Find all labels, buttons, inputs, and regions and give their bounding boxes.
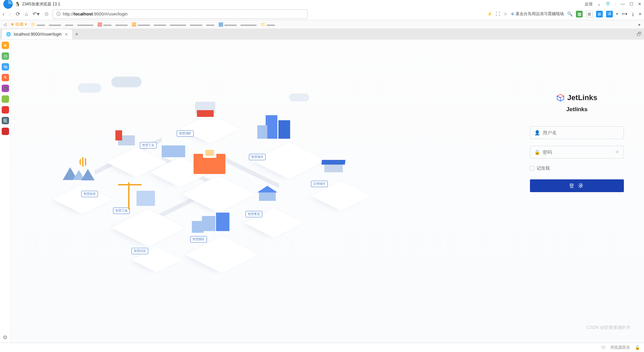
login-subtitle: Jetlinks [566, 106, 587, 113]
maximize-button[interactable]: ☐ [630, 2, 633, 6]
shield-icon[interactable]: 🛡 [601, 345, 605, 350]
download-icon[interactable]: ⭳ [631, 11, 635, 16]
cube-icon [556, 94, 565, 102]
login-illustration: 智慧消防 智慧工业 智慧城市 [11, 40, 517, 343]
skin-icon[interactable]: 👕 [605, 2, 610, 6]
divider: | [615, 2, 616, 6]
bookmark-item[interactable]: ▬▬▬▬ [170, 22, 186, 27]
scissors-icon[interactable]: ✂▾ [622, 11, 628, 16]
browser-doctor-link[interactable]: 浏览器医生 [610, 345, 630, 350]
qr-icon[interactable]: ⊞ [586, 11, 593, 17]
remember-checkbox[interactable] [530, 166, 535, 171]
tab-title: localhost:9000/#/user/login [14, 32, 62, 37]
sidebar-tool-icon[interactable]: ✎ [2, 74, 9, 81]
bookmark-item[interactable]: ▬▬▬▬ [77, 22, 93, 27]
refresh-button[interactable]: ⟳ [16, 11, 20, 17]
browser-title-bar: 🐧 2345加速浏览器 13.1 反馈 ⌄ 👕 | — ☐ ✕ [0, 0, 644, 8]
close-window-button[interactable]: ✕ [638, 2, 641, 6]
sidebar-app-icon[interactable] [2, 95, 9, 103]
remember-label: 记住我 [537, 165, 550, 171]
tabs-row: 🌐 localhost:9000/#/user/login ✕ + 🗗 [0, 29, 644, 40]
home-button[interactable]: ⌂ [25, 11, 28, 17]
expand-icon[interactable]: ⛶ [496, 11, 500, 16]
bookmarks-bar: ◁ ★ 收藏 ▾ 📁 ▬▬ ▬▬▬ ▬▬ ▬▬▬▬ 🟥 ▬▬ ▬▬▬ 🟧 ▬▬▬… [0, 20, 644, 29]
bookmark-item[interactable]: ▬▬ [65, 22, 73, 27]
bookmark-item[interactable]: 🟧 ▬▬▬ [131, 22, 150, 27]
chevron-down-icon-2[interactable]: ▾ [616, 12, 618, 16]
bookmark-star-icon[interactable]: ☆ [503, 11, 507, 16]
sidebar-bag-icon[interactable]: 🛍 [2, 63, 9, 71]
undo-icon[interactable]: ↶▾ [33, 11, 40, 17]
info-icon: ⓘ [56, 11, 61, 17]
browser-logo-icon [3, 0, 13, 9]
minimize-button[interactable]: — [621, 2, 625, 6]
url-bar[interactable]: ⓘ http://localhost:9000/#/user/login [53, 9, 308, 19]
sidebar-app-icon[interactable]: 龍 [2, 117, 9, 124]
user-icon: 👤 [534, 130, 540, 135]
bookmark-item[interactable]: ▬▬▬ [154, 22, 166, 27]
watermark-text: CSDN @软硬兼施虾米 [586, 324, 631, 331]
sign-label: 智慧工业 [140, 142, 157, 148]
page-content: 智慧消防 智慧工业 智慧城市 [11, 40, 644, 343]
bookmark-item[interactable]: 🟥 ▬▬ [97, 22, 111, 27]
new-tab-button[interactable]: + [72, 31, 82, 37]
lock-status-icon[interactable]: 🔓 [635, 345, 640, 350]
sign-label: 智慧旅游 [81, 191, 98, 197]
bookmark-item[interactable]: ▬▬▬ [49, 22, 61, 27]
chevron-down-icon[interactable]: ⌄ [597, 2, 601, 6]
browser-sidebar: ★ ◷ 🛍 ✎ 🎮 龍 [0, 40, 11, 343]
login-button[interactable]: 登 录 [530, 179, 624, 192]
url-text: http://localhost:9000/#/user/login [63, 11, 127, 16]
news-link[interactable]: ❄ 直击台岛周边演习震撼现场 [511, 11, 564, 17]
lock-icon: 🔒 [534, 149, 540, 155]
password-field[interactable]: 🔒 👁 [530, 146, 624, 159]
password-input[interactable] [543, 149, 612, 155]
bookmark-item[interactable]: ▬▬▬ [115, 22, 127, 27]
browser-tab[interactable]: 🌐 localhost:9000/#/user/login ✕ [2, 29, 72, 39]
username-input[interactable] [543, 130, 620, 135]
bookmark-item[interactable]: 📁 ▬▬ [261, 22, 275, 27]
flash-icon[interactable]: ⚡ [487, 11, 492, 16]
sign-label: 智慧城市 [249, 154, 266, 160]
translate-icon[interactable]: 译 [606, 11, 613, 17]
sidebar-game-icon[interactable]: 🎮 [2, 85, 9, 92]
feedback-link[interactable]: 反馈 [585, 1, 593, 7]
tab-overflow-icon[interactable]: 🗗 [637, 31, 642, 37]
eye-icon[interactable]: 👁 [615, 149, 620, 155]
qq-icon: 🐧 [15, 2, 20, 7]
sign-label: 智慧社区 [131, 248, 148, 254]
browser-title-text: 2345加速浏览器 13.1 [22, 1, 60, 7]
sidebar-clock-icon[interactable]: ◷ [2, 52, 9, 60]
status-bar: 🛡 浏览器医生 🔓 [0, 343, 644, 352]
browser-toolbar: ‹ › ⟳ ⌂ ↶▾ ✩ ⓘ http://localhost:9000/#/u… [0, 8, 644, 20]
search-icon[interactable]: 🔍 [567, 11, 573, 16]
bookmark-item[interactable]: ▬▬▬▬ [240, 22, 257, 27]
sign-label: 智慧工地 [113, 208, 130, 214]
sidebar-toggle-icon[interactable]: ◁ [3, 22, 6, 27]
username-field[interactable]: 👤 [530, 126, 624, 139]
sidebar-app-icon[interactable] [2, 106, 9, 114]
menu-icon[interactable]: ≡ [639, 11, 641, 16]
apps-icon[interactable]: ⊞ [596, 11, 603, 17]
paw-icon: ❄ [511, 12, 514, 16]
close-tab-icon[interactable]: ✕ [64, 32, 68, 37]
ext-icon-1[interactable]: ▦ [576, 11, 583, 17]
login-panel: JetLinks Jetlinks 👤 🔒 👁 记住我 登 录 [517, 80, 637, 343]
remember-row: 记住我 [530, 165, 624, 171]
sign-label: 智慧消防 [177, 130, 194, 137]
login-logo: JetLinks [556, 93, 597, 102]
bookmark-item[interactable]: ▬▬▬ [190, 22, 202, 27]
settings-gear-icon[interactable]: ⚙ [3, 334, 7, 341]
sign-label: 智慧园区 [190, 236, 207, 243]
forward-button[interactable]: › [9, 11, 11, 17]
bookmark-item[interactable]: 📁 ▬▬ [31, 22, 45, 27]
sidebar-star-icon[interactable]: ★ [2, 42, 9, 49]
bookmark-item[interactable]: ▬▬ [206, 22, 214, 27]
back-button[interactable]: ‹ [3, 11, 4, 17]
favorites-button[interactable]: ★ 收藏 ▾ [10, 21, 27, 27]
star-outline-icon[interactable]: ✩ [44, 11, 49, 17]
bookmark-overflow-icon[interactable]: ▸ [639, 22, 641, 27]
sign-label: 文明城市 [311, 181, 328, 187]
bookmark-item[interactable]: 🟦 ▬▬▬ [218, 22, 236, 27]
sidebar-app-icon[interactable] [2, 128, 9, 135]
